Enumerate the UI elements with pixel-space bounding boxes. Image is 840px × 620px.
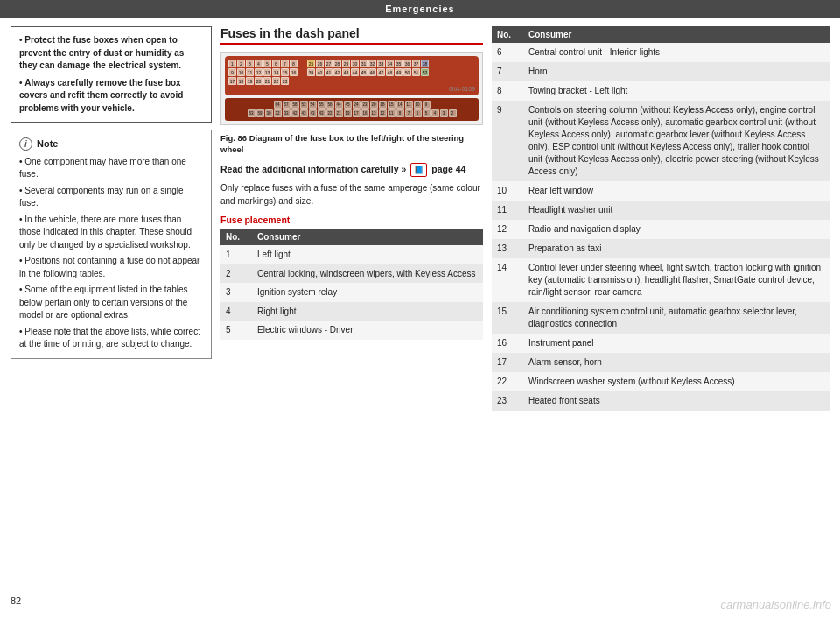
right-number-cell: 6 <box>492 43 523 62</box>
table-row: 5Electric windows - Driver <box>220 321 483 340</box>
fuse-cell: 45 <box>360 68 368 76</box>
warning-box: • Protect the fuse boxes when open to pr… <box>10 26 212 123</box>
fuse-cell: 14 <box>272 68 280 76</box>
fig-caption: Fig. 86 Diagram of the fuse box to the l… <box>220 132 483 156</box>
book-icon: 📘 <box>410 163 427 178</box>
fuse-diagram-lower: 64 57 58 53 54 55 56 44 45 24 23 20 18 1… <box>225 98 479 121</box>
fuse-cell: 27 <box>325 60 332 67</box>
right-number-cell: 12 <box>492 220 523 239</box>
right-consumer-cell: Rear left window <box>523 181 830 201</box>
lower-fuse-cell: 30 <box>265 109 273 117</box>
right-number-cell: 16 <box>492 334 523 353</box>
right-number-cell: 10 <box>492 181 523 201</box>
right-consumer-cell: Heated front seats <box>523 391 830 411</box>
table-row: 15Air conditioning system control unit, … <box>492 302 830 334</box>
fuse-cell: 10 <box>237 68 245 76</box>
lower-fuse-cell: 55 <box>318 101 326 109</box>
lower-fuse-cell: 4 <box>431 109 439 117</box>
right-consumer-cell: Air conditioning system control unit, au… <box>523 302 830 334</box>
lower-fuse-cell: 43 <box>300 109 308 117</box>
fuse-cell: 12 <box>255 68 262 76</box>
fuse-cell: 20 <box>255 77 262 85</box>
fuse-cell: 9 <box>228 68 236 76</box>
fuse-description: Only replace fuses with a fuse of the sa… <box>220 182 483 208</box>
fuse-cell: 16 <box>290 68 298 76</box>
lower-fuse-cell: 56 <box>326 101 334 109</box>
fuse-placement-label: Fuse placement <box>220 215 483 225</box>
right-table-header-row: No. Consumer <box>492 26 830 43</box>
fuse-consumer-cell: Right light <box>252 302 483 321</box>
fuse-cell <box>298 68 306 76</box>
header-bar: Emergencies <box>0 0 840 18</box>
fuse-cell: 30 <box>351 60 359 67</box>
right-consumer-cell: Alarm sensor, horn <box>523 353 830 372</box>
fuse-cell: 37 <box>412 60 420 67</box>
fuse-cell: 17 <box>228 77 236 85</box>
fuse-consumer-cell: Ignition system relay <box>252 283 483 302</box>
fuse-cell: 11 <box>246 68 254 76</box>
note-point-3: • In the vehicle, there are more fuses t… <box>19 214 203 252</box>
right-number-cell: 7 <box>492 62 523 81</box>
fuse-cell: 4 <box>255 60 262 67</box>
page-wrapper: Emergencies • Protect the fuse boxes whe… <box>0 0 840 620</box>
fuse-cell: 21 <box>263 77 271 85</box>
lower-fuse-cell: 53 <box>300 101 308 109</box>
watermark: carmanualsonline.info <box>721 598 831 611</box>
fuse-number-cell: 4 <box>220 302 252 321</box>
fuse-cell: 39 <box>307 68 315 76</box>
right-consumer-cell: Central control unit - Interior lights <box>523 43 830 62</box>
right-number-cell: 14 <box>492 258 523 302</box>
fuse-cell: 40 <box>316 68 324 76</box>
fuse-number-cell: 2 <box>220 264 252 284</box>
table-row: 17Alarm sensor, horn <box>492 353 830 372</box>
lower-fuse-cell: 3 <box>440 109 448 117</box>
diagram-code: GIA-0109 <box>228 86 475 92</box>
fuse-cell: 8 <box>290 60 298 67</box>
fuse-cell: 32 <box>368 60 376 67</box>
right-consumer-cell: Towing bracket - Left light <box>523 81 830 101</box>
lower-fuse-cell: 12 <box>379 109 387 117</box>
fuse-table-col-no: No. <box>220 229 252 245</box>
fuse-cell: 5 <box>263 60 271 67</box>
fuse-cell: 7 <box>281 60 289 67</box>
main-content: • Protect the fuse boxes when open to pr… <box>0 18 840 615</box>
right-consumer-cell: Windscreen washer system (without Keyles… <box>523 372 830 391</box>
fuse-diagram-wrap: 1 2 3 4 5 6 7 8 25 26 27 28 29 <box>220 52 483 125</box>
lower-fuse-cell: 44 <box>335 101 343 109</box>
note-point-2: • Several components may run on a single… <box>19 185 203 210</box>
lower-fuse-cell: 54 <box>309 101 317 109</box>
lower-fuse-cell: 43 <box>318 109 326 117</box>
table-row: 8Towing bracket - Left light <box>492 81 830 101</box>
right-number-cell: 15 <box>492 302 523 334</box>
fuse-cell: 51 <box>412 68 420 76</box>
lower-fuse-cell: 14 <box>396 101 404 109</box>
fuse-cell: 33 <box>377 60 385 67</box>
lower-fuse-cell: 15 <box>388 101 396 109</box>
note-point-1: • One component may have more than one f… <box>19 156 203 181</box>
lower-fuse-cell: 10 <box>414 101 422 109</box>
fuse-cell: 49 <box>395 68 402 76</box>
fuse-cell: 52 <box>421 68 429 76</box>
mid-column: Fuses in the dash panel 1 2 3 4 5 6 7 8 <box>220 26 483 606</box>
fuse-cell: 26 <box>316 60 324 67</box>
fuse-number-cell: 1 <box>220 245 252 264</box>
fuse-cell: 19 <box>246 77 254 85</box>
right-number-cell: 8 <box>492 81 523 101</box>
table-row: 11Headlight washer unit <box>492 201 830 220</box>
table-row: 23Heated front seats <box>492 391 830 411</box>
page-number: 82 <box>10 590 212 606</box>
fuse-cell: 31 <box>360 60 368 67</box>
right-consumer-cell: Headlight washer unit <box>523 201 830 220</box>
fuse-cell: 41 <box>325 68 332 76</box>
info-icon: i <box>19 137 32 151</box>
lower-fuse-cell: 63 <box>248 109 256 117</box>
fuse-cell: 3 <box>246 60 254 67</box>
lower-fuse-cell: 9 <box>423 101 430 109</box>
right-number-cell: 9 <box>492 101 523 181</box>
note-title: Note <box>37 137 58 151</box>
fuse-cell: 38 <box>421 60 429 67</box>
fuse-cell: 36 <box>403 60 411 67</box>
right-consumer-cell: Controls on steering column (without Key… <box>523 101 830 181</box>
note-point-5: • Some of the equipment listed in the ta… <box>19 284 203 322</box>
lower-fuse-cell: 6 <box>414 109 422 117</box>
